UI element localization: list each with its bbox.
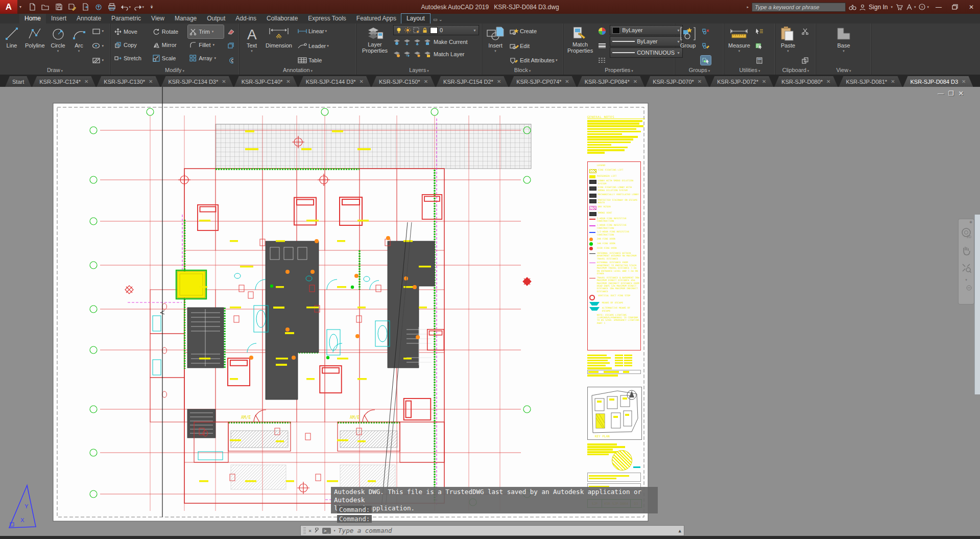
search-binoculars-icon[interactable] [849, 4, 856, 10]
quick-select-icon[interactable] [754, 27, 764, 36]
ribbon-tab[interactable]: Parametric [106, 14, 146, 24]
panel-label-block[interactable]: Block [482, 66, 563, 75]
group-selection-toggle-icon[interactable] [701, 56, 711, 65]
explode-tool-icon[interactable] [226, 41, 236, 51]
file-tab[interactable]: KSR-SJP-C150*✕ [372, 76, 435, 87]
insert-button[interactable]: Insert▾ [485, 25, 506, 66]
hatch-tool-icon[interactable]: ▾ [91, 56, 105, 65]
panel-label-view[interactable]: View [816, 66, 871, 75]
navbar-close-icon[interactable]: ⊗ [969, 220, 972, 224]
close-tab-icon[interactable]: ✕ [360, 79, 364, 84]
minimize-button[interactable]: — [932, 1, 945, 13]
leader-icon[interactable]: Leader▾ [296, 41, 330, 51]
close-tab-icon[interactable]: ✕ [424, 79, 428, 84]
file-tab[interactable]: KSR-SJP-CP074*✕ [509, 76, 576, 87]
text-button[interactable]: A Text▾ [242, 25, 261, 66]
store-cart-icon[interactable] [896, 4, 903, 10]
layer-tool-icons-row2[interactable] [393, 51, 432, 58]
trim-button[interactable]: Trim▾ [188, 25, 224, 38]
undo-icon[interactable]: ▾ [119, 2, 131, 12]
copy-button[interactable]: Copy [113, 38, 149, 52]
ribbon-tab[interactable]: Output [202, 14, 230, 24]
ribbon-display-toggle-icon[interactable]: ▭ ⌄ [433, 17, 443, 24]
file-tab[interactable]: KSR-SJP-D084 D3✕ [903, 76, 973, 87]
export-icon[interactable] [80, 2, 91, 12]
copy-clip-icon[interactable] [800, 56, 810, 65]
rectangle-tool-icon[interactable]: ▾ [91, 27, 105, 36]
measure-button[interactable]: Measure▾ [727, 25, 752, 66]
drawing-canvas[interactable]: AM/E AM/E [0, 87, 980, 536]
steering-wheel-icon[interactable]: 2D [961, 224, 972, 242]
application-menu-arrow-icon[interactable]: ▾ [17, 5, 23, 9]
redo-icon[interactable]: ▾ [133, 2, 144, 12]
mirror-button[interactable]: Mirror [151, 38, 186, 52]
close-tab-icon[interactable]: ✕ [633, 79, 637, 84]
ellipse-tool-icon[interactable]: ▾ [91, 41, 105, 51]
file-tab[interactable]: KSR-SJP-C124*✕ [32, 76, 95, 87]
match-properties-button[interactable]: Match Properties [566, 25, 594, 66]
command-close-icon[interactable]: ✕ [308, 528, 312, 533]
layout-sheet[interactable]: AM/E AM/E [0, 87, 980, 536]
layer-dropdown[interactable]: 0 ▼ [393, 25, 479, 35]
ribbon-tab[interactable]: Add-ins [230, 14, 261, 24]
file-tab[interactable]: KSR-SJP-D080*✕ [774, 76, 838, 87]
qat-customize-icon[interactable]: ▾̄ [146, 2, 157, 12]
panel-label-utilities[interactable]: Utilities [724, 66, 775, 75]
close-tab-icon[interactable]: ✕ [826, 79, 830, 84]
scale-button[interactable]: Scale [151, 52, 186, 65]
ribbon-tab[interactable]: Express Tools [303, 14, 351, 24]
ribbon-tab[interactable]: Home [19, 14, 46, 24]
offset-tool-icon[interactable] [226, 56, 236, 65]
command-input[interactable]: Type a command [338, 527, 392, 534]
make-current-button[interactable]: Make Current [434, 39, 479, 45]
panel-label-properties[interactable]: Properties [563, 66, 675, 75]
search-input[interactable]: Type a keyword or phrase [752, 3, 846, 12]
sign-in-dropdown-icon[interactable]: ▾ [891, 5, 893, 9]
close-tab-icon[interactable]: ✕ [762, 79, 766, 84]
close-tab-icon[interactable]: ✕ [149, 79, 153, 84]
rotate-button[interactable]: Rotate [151, 25, 186, 38]
panel-label-clipboard no-arrow[interactable]: Clipboard [776, 66, 816, 75]
ribbon-tab[interactable]: Annotate [71, 14, 106, 24]
plot-icon[interactable] [106, 2, 117, 12]
close-tab-icon[interactable]: ✕ [497, 79, 501, 84]
file-tab[interactable]: KSR-SJP-D070*✕ [646, 76, 709, 87]
help-icon[interactable]: ?▾ [919, 4, 929, 10]
new-file-icon[interactable] [27, 2, 38, 12]
navbar-more-icon[interactable]: ▾ [965, 276, 967, 284]
user-icon[interactable] [859, 4, 866, 10]
file-tab[interactable]: KSR-SJP-C144 D3*✕ [299, 76, 371, 87]
command-line[interactable]: ✕ >_ ▾ Type a command ▲ [300, 525, 684, 536]
move-button[interactable]: Move [113, 25, 149, 38]
create-block-icon[interactable]: Create [509, 27, 558, 36]
sign-in-label[interactable]: Sign In [869, 4, 888, 11]
close-button[interactable]: ✕ [965, 1, 978, 13]
paste-button[interactable]: Paste▾ [778, 25, 798, 66]
linetype-icon[interactable] [597, 56, 607, 65]
save-as-icon[interactable] [66, 2, 78, 12]
group-button[interactable]: Group [678, 25, 698, 66]
command-expand-icon[interactable]: ▲ [679, 528, 681, 533]
panel-label-modify[interactable]: Modify [110, 66, 239, 75]
cut-icon[interactable] [800, 27, 810, 36]
erase-tool-icon[interactable] [226, 27, 236, 36]
panel-label-groups[interactable]: Groups [675, 66, 724, 75]
ribbon-tab[interactable]: Insert [46, 14, 71, 24]
close-tab-icon[interactable]: ✕ [698, 79, 702, 84]
ribbon-tab[interactable]: View [146, 14, 170, 24]
linear-dim-icon[interactable]: Linear▾ [296, 27, 330, 36]
file-tab[interactable]: KSR-SJP-C134 D3*✕ [161, 76, 233, 87]
layer-tool-icons-row1[interactable] [393, 39, 432, 45]
close-tab-icon[interactable]: ✕ [286, 79, 290, 84]
table-icon[interactable]: Table [296, 56, 330, 65]
panel-label-layers[interactable]: Layers [356, 66, 482, 75]
close-tab-icon[interactable]: ✕ [84, 79, 88, 84]
file-tab[interactable]: Start✕ [5, 76, 31, 87]
quick-calculator-icon[interactable] [754, 56, 764, 65]
base-button[interactable]: Base▾ [833, 25, 854, 66]
layer-properties-button[interactable]: Layer Properties [359, 25, 391, 66]
docked-palette-strip[interactable] [974, 215, 980, 394]
ungroup-icon[interactable] [701, 27, 711, 36]
color-wheel-icon[interactable] [597, 27, 607, 36]
lineweight-dropdown[interactable]: ByLayer▼ [610, 36, 683, 46]
